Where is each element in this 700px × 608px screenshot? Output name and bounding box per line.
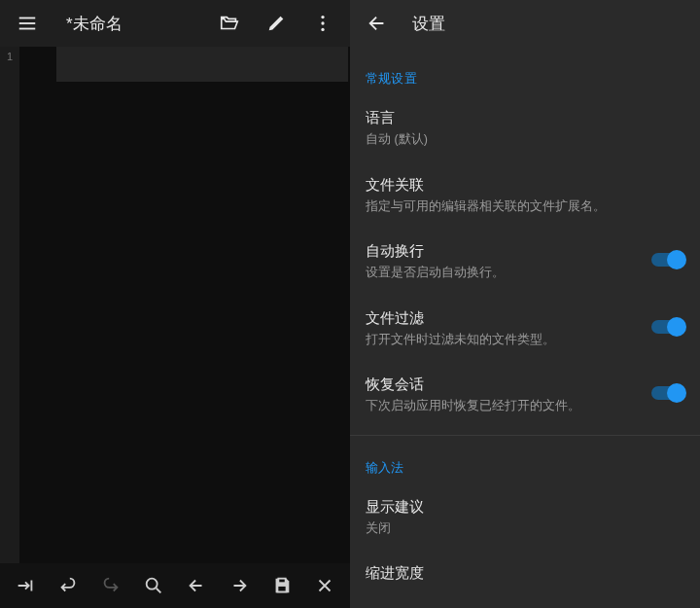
arrow-right-icon	[228, 575, 250, 596]
toggle-switch[interactable]	[649, 383, 684, 403]
arrow-left-icon	[186, 575, 207, 596]
setting-restore-session[interactable]: 恢复会话 下次启动应用时恢复已经打开的文件。	[350, 362, 700, 429]
settings-toolbar: 设置	[350, 0, 700, 47]
line-number: 1	[0, 51, 19, 62]
editor-toolbar: *未命名	[0, 0, 350, 47]
section-ime-label: 输入法	[350, 436, 700, 484]
text-surface[interactable]	[19, 47, 350, 563]
close-icon	[314, 575, 335, 596]
redo-button[interactable]	[93, 566, 128, 605]
prev-button[interactable]	[179, 566, 214, 605]
overflow-button[interactable]	[303, 4, 342, 43]
setting-title: 显示建议	[366, 498, 673, 517]
setting-subtitle: 自动 (默认)	[366, 131, 673, 149]
svg-point-6	[147, 579, 158, 590]
folder-open-icon	[219, 13, 240, 34]
settings-content[interactable]: 常规设置 语言 自动 (默认) 文件关联 指定与可用的编辑器相关联的文件扩展名。…	[350, 47, 700, 600]
setting-title: 自动换行	[366, 242, 638, 261]
toggle-switch[interactable]	[649, 317, 684, 337]
setting-indent-width[interactable]: 缩进宽度	[350, 551, 700, 600]
svg-point-5	[321, 28, 324, 31]
document-title: *未命名	[54, 13, 202, 35]
search-button[interactable]	[136, 566, 171, 605]
dots-vertical-icon	[312, 13, 333, 34]
redo-icon	[100, 575, 122, 596]
close-button[interactable]	[307, 566, 342, 605]
back-button[interactable]	[358, 4, 397, 43]
setting-show-suggestions[interactable]: 显示建议 关闭	[350, 484, 700, 552]
svg-point-3	[321, 16, 324, 18]
setting-title: 恢复会话	[366, 376, 638, 394]
current-line-highlight	[56, 47, 348, 82]
svg-rect-8	[277, 586, 286, 591]
editor-bottom-toolbar	[0, 563, 350, 608]
setting-language[interactable]: 语言 自动 (默认)	[350, 95, 700, 162]
setting-title: 文件过滤	[366, 309, 638, 328]
setting-title: 文件关联	[366, 176, 673, 195]
edit-button[interactable]	[257, 4, 296, 43]
next-button[interactable]	[222, 566, 257, 605]
search-icon	[143, 575, 164, 596]
undo-icon	[57, 575, 79, 596]
section-general-label: 常规设置	[350, 47, 700, 95]
open-file-button[interactable]	[210, 4, 249, 43]
line-gutter: 1	[0, 47, 19, 563]
setting-file-association[interactable]: 文件关联 指定与可用的编辑器相关联的文件扩展名。	[350, 162, 700, 230]
setting-subtitle: 设置是否启动自动换行。	[366, 265, 638, 282]
save-button[interactable]	[264, 566, 299, 605]
switch-thumb	[667, 250, 686, 269]
tab-indent-button[interactable]	[8, 566, 43, 605]
pencil-icon	[265, 13, 287, 34]
hamburger-icon	[17, 13, 38, 34]
undo-button[interactable]	[51, 566, 86, 605]
setting-subtitle: 打开文件时过滤未知的文件类型。	[366, 332, 638, 349]
switch-thumb	[667, 317, 686, 337]
toggle-switch[interactable]	[649, 250, 684, 269]
setting-word-wrap[interactable]: 自动换行 设置是否启动自动换行。	[350, 229, 700, 296]
setting-subtitle: 指定与可用的编辑器相关联的文件扩展名。	[366, 198, 673, 216]
settings-panel: 设置 常规设置 语言 自动 (默认) 文件关联 指定与可用的编辑器相关联的文件扩…	[350, 0, 700, 608]
setting-title: 缩进宽度	[366, 564, 673, 583]
setting-subtitle: 关闭	[366, 520, 673, 538]
setting-subtitle: 下次启动应用时恢复已经打开的文件。	[366, 398, 638, 415]
arrow-back-icon	[367, 13, 388, 34]
editor-panel: *未命名 1	[0, 0, 350, 608]
editor-area[interactable]: 1	[0, 47, 350, 563]
settings-title: 设置	[397, 13, 445, 35]
menu-button[interactable]	[8, 4, 47, 43]
setting-file-filter[interactable]: 文件过滤 打开文件时过滤未知的文件类型。	[350, 296, 700, 363]
tab-arrow-icon	[15, 575, 36, 596]
setting-title: 语言	[366, 109, 673, 127]
switch-thumb	[667, 383, 686, 403]
svg-rect-7	[278, 579, 285, 584]
svg-point-4	[321, 21, 324, 24]
save-icon	[271, 575, 293, 596]
